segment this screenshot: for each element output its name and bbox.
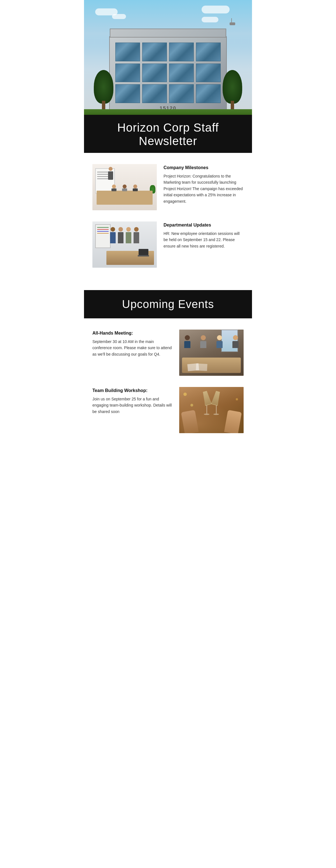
departmental-image bbox=[92, 221, 157, 268]
event-item-all-hands: All-Hands Meeting: September 30 at 10 AM… bbox=[92, 330, 244, 376]
team-building-title: Team Building Workshop: bbox=[92, 388, 173, 393]
glass-left bbox=[203, 391, 210, 415]
seated-row bbox=[97, 185, 153, 191]
news-item-milestones: Company Milestones Project Horizon: Cong… bbox=[92, 164, 244, 210]
glass-pane bbox=[142, 84, 167, 103]
security-camera-icon bbox=[227, 22, 235, 27]
conf-person-3 bbox=[216, 335, 223, 348]
departmental-text: Departmental Updates HR: New employee or… bbox=[163, 221, 244, 249]
building-main: 15120 bbox=[109, 36, 227, 115]
glass-pane bbox=[196, 42, 221, 61]
departmental-body: HR: New employee orientation sessions wi… bbox=[163, 230, 244, 249]
all-hands-body: September 30 at 10 AM in the main confer… bbox=[92, 339, 173, 357]
cloud-3 bbox=[202, 6, 230, 13]
group-person-2 bbox=[118, 227, 123, 243]
seated-person-1 bbox=[112, 185, 117, 191]
milestones-body: Project Horizon: Congratulations to the … bbox=[163, 173, 244, 205]
departmental-title: Departmental Updates bbox=[163, 223, 244, 228]
building-glass bbox=[115, 42, 221, 103]
milestones-title: Company Milestones bbox=[163, 165, 244, 170]
conference-people bbox=[179, 335, 244, 348]
conference-illustration bbox=[179, 330, 244, 376]
events-banner-title: Upcoming Events bbox=[90, 298, 246, 311]
celebration-illustration bbox=[179, 387, 244, 433]
building-roof bbox=[110, 29, 226, 37]
glass-pane bbox=[169, 42, 194, 61]
team-building-text: Team Building Workshop: Join us on Septe… bbox=[92, 387, 173, 415]
ground bbox=[84, 109, 252, 115]
conf-person-2 bbox=[200, 335, 206, 348]
meeting-illustration bbox=[92, 164, 157, 210]
paper-icon bbox=[196, 364, 207, 371]
cloud-4 bbox=[202, 17, 218, 22]
laptop-icon bbox=[139, 249, 148, 255]
news-content-section: Company Milestones Project Horizon: Cong… bbox=[84, 153, 252, 290]
group-person-4 bbox=[133, 227, 139, 243]
milestones-image bbox=[92, 164, 157, 210]
glass-pane bbox=[115, 42, 140, 61]
seated-person-3 bbox=[133, 185, 138, 191]
event-item-team-building: Team Building Workshop: Join us on Septe… bbox=[92, 387, 244, 433]
glass-pane bbox=[169, 84, 194, 103]
hero-section: 15120 bbox=[84, 0, 252, 115]
glass-pane bbox=[196, 64, 221, 82]
bokeh-2 bbox=[236, 398, 238, 400]
conf-person-1 bbox=[184, 335, 190, 348]
all-hands-image bbox=[179, 330, 244, 376]
group-people bbox=[92, 227, 157, 243]
all-hands-title: All-Hands Meeting: bbox=[92, 331, 173, 336]
newsletter-title: Horizon Corp Staff Newsletter bbox=[90, 121, 246, 148]
glass-pane bbox=[115, 84, 140, 103]
person-standing-icon bbox=[108, 167, 113, 184]
all-hands-text: All-Hands Meeting: September 30 at 10 AM… bbox=[92, 330, 173, 357]
table-icon bbox=[97, 191, 153, 205]
laptop-base bbox=[138, 255, 149, 256]
glass-right bbox=[213, 391, 219, 415]
group-person-3 bbox=[126, 227, 131, 243]
team-building-image bbox=[179, 387, 244, 433]
events-banner: Upcoming Events bbox=[84, 290, 252, 318]
tree-left bbox=[92, 70, 115, 115]
glass-pane bbox=[142, 42, 167, 61]
glass-pane bbox=[115, 64, 140, 82]
group-person-1 bbox=[110, 227, 116, 243]
glass-pane bbox=[169, 64, 194, 82]
champagne-glasses bbox=[203, 391, 219, 415]
news-item-departmental: Departmental Updates HR: New employee or… bbox=[92, 221, 244, 268]
bokeh-3 bbox=[190, 404, 193, 407]
seated-person-2 bbox=[122, 185, 127, 191]
group-illustration bbox=[92, 221, 157, 268]
header-band: Horizon Corp Staff Newsletter bbox=[84, 115, 252, 153]
building-background: 15120 bbox=[84, 0, 252, 115]
tree-right bbox=[221, 70, 244, 115]
events-content-section: All-Hands Meeting: September 30 at 10 AM… bbox=[84, 318, 252, 456]
conf-person-4 bbox=[233, 335, 239, 348]
glass-pane bbox=[142, 64, 167, 82]
glass-pane bbox=[196, 84, 221, 103]
cloud-2 bbox=[112, 14, 126, 19]
team-building-body: Join us on September 25 for a fun and en… bbox=[92, 396, 173, 415]
milestones-text: Company Milestones Project Horizon: Cong… bbox=[163, 164, 244, 205]
bokeh-1 bbox=[183, 393, 187, 396]
